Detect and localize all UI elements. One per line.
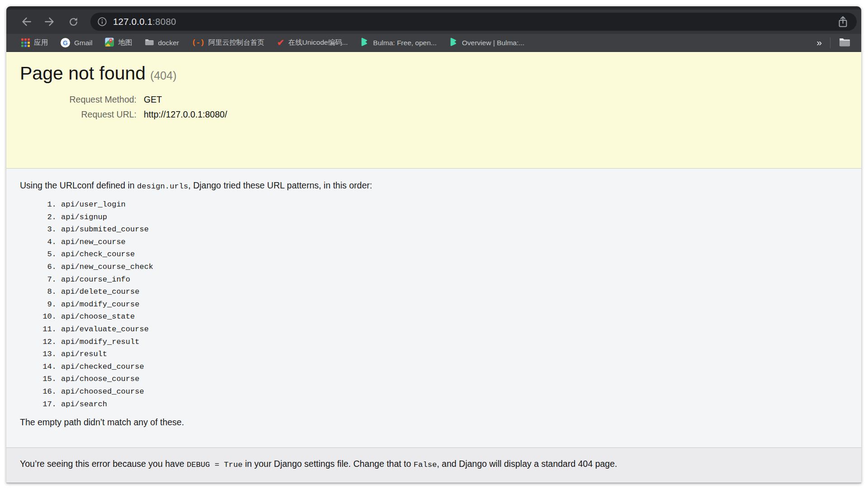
- reload-button[interactable]: [66, 14, 81, 29]
- url-pattern-item: api/search: [61, 398, 848, 411]
- error-summary: Page not found(404) Request Method: GET …: [6, 52, 861, 169]
- url-pattern-item: api/user_login: [61, 198, 848, 211]
- url-patterns-list: api/user_loginapi/signupapi/submited_cou…: [20, 198, 848, 410]
- bookmark-label: 应用: [34, 38, 48, 47]
- share-icon[interactable]: [836, 15, 849, 28]
- back-button[interactable]: [19, 14, 34, 29]
- request-method-row: Request Method: GET: [20, 92, 227, 107]
- url-text: 127.0.0.1:8080: [113, 16, 176, 27]
- bookmark-docker[interactable]: docker: [145, 38, 179, 48]
- request-method-value: GET: [137, 92, 227, 107]
- site-info-icon[interactable]: [97, 17, 107, 27]
- debug-false-code: False: [414, 461, 437, 469]
- page-content: Page not found(404) Request Method: GET …: [6, 52, 861, 483]
- bookmark-gmail[interactable]: G Gmail: [61, 38, 92, 47]
- bulma-icon: [449, 37, 458, 48]
- bookmark-label: 阿里云控制台首页: [208, 38, 264, 47]
- bulma-icon: [360, 37, 369, 48]
- url-pattern-item: api/choose_course: [61, 373, 848, 386]
- debug-true-code: DEBUG = True: [187, 461, 243, 469]
- bookmark-apps[interactable]: 应用: [21, 38, 48, 47]
- url-pattern-item: api/choose_state: [61, 310, 848, 323]
- request-info-table: Request Method: GET Request URL: http://…: [20, 92, 227, 122]
- bookmark-label: Bulma: Free, open...: [373, 39, 436, 47]
- url-pattern-item: api/evaluate_course: [61, 323, 848, 336]
- browser-window: 127.0.0.1:8080 应用 G Gmail 地图 docker: [6, 6, 861, 483]
- red-check-icon: ✔: [277, 38, 284, 48]
- bookmark-label: docker: [158, 39, 179, 47]
- url-pattern-item: api/delete_course: [61, 286, 848, 298]
- bookmark-label: Gmail: [74, 39, 92, 47]
- google-g-icon: G: [61, 38, 70, 47]
- url-pattern-item: api/new_course_check: [61, 261, 848, 273]
- bookmarks-bar: 应用 G Gmail 地图 docker (-) 阿里云控制台首页 ✔ 在线Un…: [6, 34, 861, 52]
- url-pattern-item: api/modify_course: [61, 298, 848, 311]
- reload-icon: [68, 16, 79, 28]
- aliyun-console-icon: (-): [192, 38, 204, 47]
- page-title: Page not found(404): [20, 63, 848, 84]
- forward-arrow-icon: [44, 16, 56, 28]
- back-arrow-icon: [20, 16, 32, 28]
- request-url-label: Request URL:: [20, 107, 137, 122]
- forward-button[interactable]: [42, 14, 57, 29]
- bookmarks-divider: [830, 38, 830, 48]
- bookmarks-overflow-chevron[interactable]: »: [816, 38, 822, 48]
- bookmark-bulma-free[interactable]: Bulma: Free, open...: [360, 37, 436, 48]
- debug-explanation: You’re seeing this error because you hav…: [6, 447, 861, 483]
- url-pattern-item: api/new_course: [61, 236, 848, 249]
- bookmark-label: Overview | Bulma:...: [462, 39, 524, 47]
- no-match-message: The empty path didn’t match any of these…: [20, 417, 848, 428]
- url-port: :8080: [152, 16, 176, 27]
- url-pattern-item: api/signup: [61, 211, 848, 224]
- apps-grid-icon: [21, 38, 30, 47]
- google-maps-icon: [105, 38, 114, 48]
- other-bookmarks-folder-icon[interactable]: [839, 37, 850, 49]
- request-url-row: Request URL: http://127.0.0.1:8080/: [20, 107, 227, 122]
- bookmark-unicode-encoder[interactable]: ✔ 在线Unicode编码...: [277, 38, 348, 48]
- window-top-strip: [6, 6, 861, 9]
- bookmark-aliyun-console[interactable]: (-) 阿里云控制台首页: [192, 38, 264, 47]
- url-pattern-item: api/check_course: [61, 248, 848, 261]
- bookmark-label: 在线Unicode编码...: [288, 38, 348, 47]
- bookmark-label: 地图: [118, 38, 132, 47]
- url-pattern-item: api/choosed_course: [61, 386, 848, 398]
- request-url-value: http://127.0.0.1:8080/: [137, 107, 227, 122]
- url-pattern-item: api/modify_result: [61, 336, 848, 348]
- urlconf-module: design.urls: [137, 182, 188, 191]
- bookmark-maps[interactable]: 地图: [105, 38, 132, 48]
- urlconf-intro: Using the URLconf defined in design.urls…: [20, 180, 848, 191]
- bookmark-bulma-overview[interactable]: Overview | Bulma:...: [449, 37, 524, 48]
- url-pattern-item: api/submited_course: [61, 223, 848, 236]
- bookmarks-right-group: »: [816, 37, 850, 49]
- url-pattern-item: api/course_info: [61, 273, 848, 286]
- url-host: 127.0.0.1: [113, 16, 152, 27]
- url-pattern-item: api/result: [61, 348, 848, 361]
- request-method-label: Request Method:: [20, 92, 137, 107]
- folder-icon: [145, 38, 154, 48]
- address-bar[interactable]: 127.0.0.1:8080: [90, 13, 857, 31]
- urlconf-info: Using the URLconf defined in design.urls…: [6, 169, 861, 447]
- browser-toolbar: 127.0.0.1:8080: [6, 9, 861, 34]
- status-code: (404): [150, 69, 176, 82]
- url-pattern-item: api/checked_course: [61, 361, 848, 373]
